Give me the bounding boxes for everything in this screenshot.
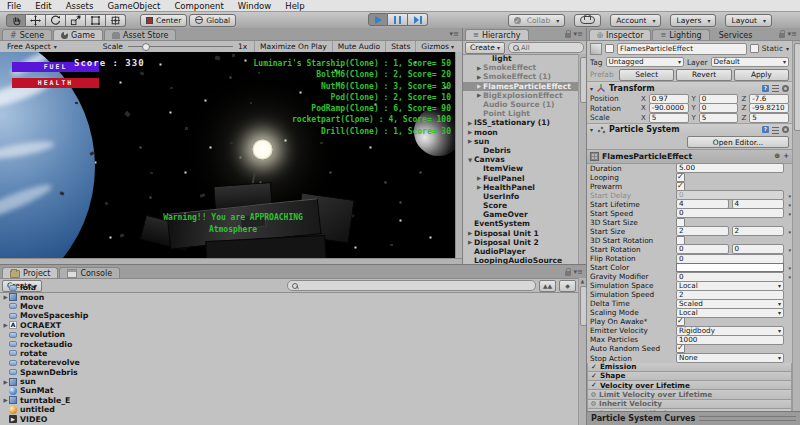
ps-module-shape[interactable]: ✓Shape [587,372,792,381]
foldout-closed-icon[interactable]: ▶ [2,397,9,403]
ps-start-color-curve-dropdown-icon[interactable]: ▾ [788,265,791,271]
hierarchy-item-itemview[interactable]: ItemView [463,164,579,173]
move-tool-button[interactable] [26,14,46,27]
project-item-untitled[interactable]: untitled [2,405,242,414]
step-button[interactable] [408,13,428,26]
help-icon[interactable]: ? [762,85,769,92]
panel-menu-icon[interactable]: ▾≡ [450,31,459,38]
prefab-select-button[interactable]: Select [619,69,674,81]
aspect-dropdown[interactable]: Free Aspect ▾ [3,42,61,51]
ps-start-size-field[interactable]: 2 [676,226,729,236]
scroll-up-arrow[interactable]: ▲ [579,278,586,285]
foldout-closed-icon[interactable]: ▶ [466,129,474,135]
foldout-closed-icon[interactable]: ▶ [475,92,483,98]
foldout-closed-icon[interactable]: ▶ [2,322,9,328]
scale-slider-knob[interactable] [142,43,150,51]
hierarchy-item-eventsystem[interactable]: EventSystem [463,219,579,228]
ps-start-delay-curve-dropdown-icon[interactable]: ▾ [788,193,791,199]
account-dropdown[interactable]: Account ▾ [610,14,661,27]
hierarchy-item-gameover[interactable]: GameOver [463,210,579,219]
hierarchy-item-score[interactable]: Score [463,201,579,210]
scale-y-field[interactable]: 5 [699,113,739,123]
rotation-z-field[interactable]: -99.8210 [749,103,789,113]
project-item-rocketaudio[interactable]: rocketaudio [2,339,242,348]
search-by-label-button[interactable]: ◆ [559,280,576,292]
hierarchy-item-disposal-unit-2[interactable]: ▶Disposal Unit 2 [463,238,579,247]
hierarchy-item-disposal-unit-1[interactable]: ▶Disposal Unit 1 [463,229,579,238]
game-bar-maximize-on-play-button[interactable]: Maximize On Play [254,41,332,52]
layout-dropdown[interactable]: Layout ▾ [725,14,772,27]
game-vertical-scrollbar[interactable] [455,52,462,258]
gameobject-name-field[interactable]: FlamesParticleEffect [617,43,747,55]
layers-dropdown[interactable]: Layers ▾ [670,14,716,27]
foldout-closed-icon[interactable]: ▶ [475,65,483,71]
ps-module-limit-velocity-over-lifetime[interactable]: Limit Velocity over Lifetime [587,390,792,399]
hierarchy-item-fuelpanel[interactable]: ▶FuelPanel [463,173,579,182]
hierarchy-item-canvas[interactable]: ▼Canvas [463,155,579,164]
hierarchy-item-smokeeffect-1[interactable]: ▶SmokeEffect (1) [463,72,579,81]
project-item-rotate[interactable]: rotate [2,349,242,358]
tag-dropdown[interactable]: Untagged▾ [606,57,684,67]
space-toggle-button[interactable]: Global [189,14,236,27]
foldout-closed-icon[interactable]: ▶ [466,230,474,236]
hierarchy-item-flamesparticleeffect[interactable]: ▶FlamesParticleEffect [463,82,579,91]
tab-scene[interactable]: # Scene [2,29,52,40]
hierarchy-search-input[interactable]: All [508,42,584,53]
foldout-open-icon[interactable]: ▼ [466,157,474,163]
tab-project[interactable]: Project [2,267,58,278]
hierarchy-item-sun[interactable]: ▶sun [463,137,579,146]
panel-menu-icon[interactable]: ▾≡ [574,269,583,276]
ps-max-particles-field[interactable]: 1000 [676,335,784,345]
transform-component-header[interactable]: ▾ Transform ? [587,81,792,94]
ps-flip-rotation-field[interactable]: 0 [676,254,784,264]
menu-file[interactable]: File [0,1,28,11]
position-z-field[interactable]: -7.6 [749,94,789,104]
static-dropdown-icon[interactable]: ▾ [786,45,789,52]
scale-slider[interactable] [128,46,233,47]
ps-scaling-mode-dropdown[interactable]: Local▾ [676,308,784,318]
search-by-type-button[interactable]: ▲▲ [539,280,556,292]
tab-asset-store[interactable]: Asset Store [104,29,177,40]
foldout-icon[interactable]: ▾ [590,126,593,133]
scale-x-field[interactable]: 5 [649,113,689,123]
ps-start-speed-field[interactable]: 0 [676,208,784,218]
game-viewport[interactable]: FUEL HEALTH Score : 330 Luminari's Stars… [0,52,455,258]
ps-module-emission[interactable]: ✓Emission [587,363,792,372]
game-bar-stats-button[interactable]: Stats [385,41,415,52]
hierarchy-item-light[interactable]: light [463,54,579,63]
game-bar-gizmos-button[interactable]: Gizmos▾ [415,41,459,52]
ps-module-inherit-velocity[interactable]: Inherit Velocity [587,400,792,409]
tab-inspector[interactable]: ◎ Inspector [589,29,651,40]
scale-z-field[interactable]: 5 [749,113,789,123]
preset-icon[interactable] [772,127,779,134]
cloud-button[interactable] [574,14,601,27]
hierarchy-item-bigexplosioneffect[interactable]: ▶BigExplosionEffect [463,91,579,100]
particle-module-header[interactable]: FlamesParticleEffect ⊕+ [587,149,792,164]
foldout-icon[interactable]: ▾ [590,85,593,92]
project-item-lola[interactable]: lola [2,283,242,292]
scale-tool-button[interactable] [66,14,86,27]
hierarchy-item-iss-stationary-1[interactable]: ▶ISS_stationary (1) [463,118,579,127]
rotate-tool-button[interactable] [46,14,66,27]
foldout-closed-icon[interactable]: ▶ [2,379,9,385]
rect-tool-button[interactable] [86,14,106,27]
gear-icon[interactable] [782,85,789,92]
hierarchy-item-smokeeffect[interactable]: ▶SmokeEffect [463,63,579,72]
project-item-revolution[interactable]: revolution [2,330,242,339]
prefab-apply-button[interactable]: Apply [734,69,789,81]
foldout-closed-icon[interactable]: ▶ [466,239,474,245]
menu-gameobject[interactable]: GameObject [100,1,167,11]
foldout-closed-icon[interactable]: ▶ [2,294,9,300]
particle-system-component-header[interactable]: ▾ Particle System ? [587,123,792,136]
hierarchy-item-loopingaudiosource[interactable]: LoopingAudioSource [463,256,579,264]
ps-start-rotation-curve-dropdown-icon[interactable]: ▾ [788,247,791,253]
scrollbar-thumb[interactable] [580,286,587,326]
gear-icon[interactable] [782,126,789,133]
hierarchy-item-debris[interactable]: Debris [463,146,579,155]
pivot-toggle-button[interactable]: Center [140,14,187,27]
scrollbar-thumb[interactable] [794,43,800,131]
menu-edit[interactable]: Edit [28,1,58,11]
project-scrollbar[interactable]: ▲ [578,278,586,425]
hand-tool-button[interactable] [6,14,26,27]
project-item-movespaceship[interactable]: MoveSpaceship [2,311,242,320]
